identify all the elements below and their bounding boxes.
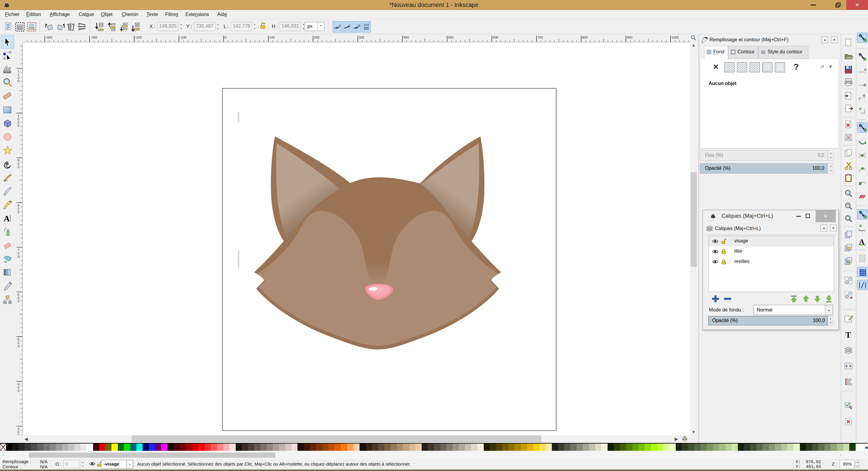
svg-text:1000: 1000 [672,36,679,39]
svg-text:0: 0 [18,389,19,392]
svg-text:0: 0 [18,434,19,435]
svg-text:200: 200 [314,36,319,39]
svg-text:0: 0 [18,210,19,214]
svg-text:0: 0 [18,255,19,258]
svg-text:-400: -400 [46,36,53,39]
svg-text:800: 800 [582,36,587,39]
svg-text:100: 100 [269,36,275,39]
svg-text:400: 400 [403,36,409,39]
svg-text:-300: -300 [90,36,97,39]
svg-text:500: 500 [448,36,454,39]
svg-text:0: 0 [18,165,19,169]
svg-text:-200: -200 [135,36,142,39]
svg-text:0: 0 [18,299,19,303]
svg-text:0: 0 [18,79,19,83]
svg-text:0: 0 [18,124,19,127]
svg-text:0: 0 [224,36,226,39]
svg-text:-100: -100 [180,36,187,39]
svg-text:900: 900 [627,36,632,39]
svg-text:300: 300 [359,36,364,39]
svg-text:T: T [845,330,851,340]
svg-text:700: 700 [537,36,543,39]
svg-text:600: 600 [493,36,498,39]
svg-text:A: A [4,214,10,223]
svg-text:0: 0 [18,344,19,348]
